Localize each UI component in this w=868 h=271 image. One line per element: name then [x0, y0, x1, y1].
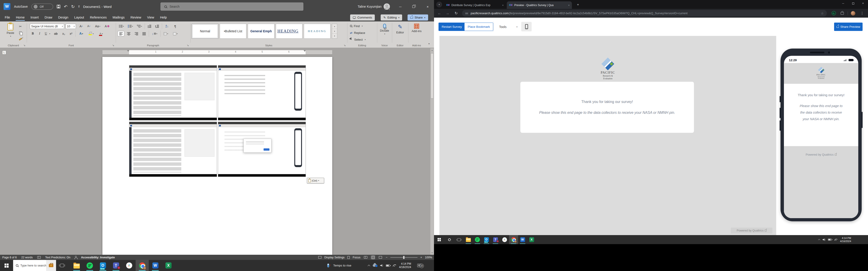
powered-by-qualtrics-link[interactable]: Powered by Qualtrics [731, 228, 772, 234]
read-mode-button[interactable] [363, 256, 368, 259]
show-marks-button[interactable]: ¶ [172, 24, 178, 29]
close-button[interactable]: × [421, 0, 434, 13]
chrome-menu-icon[interactable]: ⋮ [859, 9, 866, 18]
tab-view[interactable]: View [144, 13, 157, 22]
editing-mode-button[interactable]: ✎Editing▾ [381, 14, 402, 21]
taskbar-file-explorer[interactable] [464, 235, 473, 244]
tab-close-icon[interactable]: × [502, 4, 504, 6]
copy-button[interactable] [17, 30, 24, 35]
display-settings[interactable]: Display Settings [324, 256, 345, 259]
chrome-close-button[interactable]: × [858, 0, 868, 7]
notification-icon[interactable]: 22 [417, 264, 422, 267]
reload-button[interactable]: ↻ [453, 9, 460, 18]
change-case-button[interactable]: Aa▾ [94, 24, 102, 29]
taskbar-outlook[interactable]: ONEW [96, 260, 110, 271]
text-effects-button[interactable]: A▾ [78, 31, 85, 36]
quick-access-overflow[interactable]: ▾ [79, 5, 80, 8]
battery-icon[interactable] [386, 265, 390, 267]
restart-survey-button[interactable]: Restart Survey [438, 23, 465, 31]
start-button[interactable] [0, 260, 13, 271]
decrease-indent-button[interactable] [146, 24, 153, 29]
justify-button[interactable] [141, 31, 147, 36]
word-search-input[interactable]: Search [160, 2, 303, 11]
collapse-ribbon-button[interactable]: ▾ [426, 41, 432, 46]
highlight-button[interactable]: ▾ [87, 31, 95, 36]
styles-dialog-launcher[interactable]: ↘ [344, 44, 346, 47]
strikethrough-button[interactable]: ab [53, 31, 59, 36]
chrome-profile-avatar[interactable] [849, 9, 857, 18]
weather-widget[interactable]: Temps to rise [327, 260, 351, 271]
styles-gallery-scroll[interactable]: ▴▾▾ [332, 24, 337, 39]
align-center-button[interactable] [125, 31, 132, 36]
task-view-button[interactable] [57, 260, 67, 271]
numbering-button[interactable]: ▾ [127, 24, 134, 29]
wifi-icon[interactable] [393, 265, 396, 267]
chrome-minimize-button[interactable]: ─ [838, 0, 848, 7]
chrome-tab-1[interactable]: XM Distribute Survey | Qualtrics Exp × [444, 1, 506, 9]
embedded-screenshot-group[interactable] [129, 65, 306, 177]
bold-button[interactable]: B [30, 31, 36, 36]
tray-expand-icon[interactable] [818, 239, 820, 241]
tab-draw[interactable]: Draw [41, 13, 55, 22]
align-left-button[interactable] [118, 31, 124, 36]
paragraph-dialog-launcher[interactable]: ↘ [187, 44, 189, 47]
save-icon[interactable] [57, 5, 60, 8]
line-spacing-button[interactable]: ↕▾ [150, 31, 159, 36]
taskbar-chrome[interactable] [135, 260, 149, 271]
clipboard-dialog-launcher[interactable]: ↘ [23, 44, 25, 47]
clock[interactable]: 4:14 PM4/16/2024 [399, 262, 411, 269]
paste-options-button[interactable]: (Ctrl) ▾ [307, 178, 324, 183]
font-name-combo[interactable]: Segoe UI Historic (B▾ [30, 24, 64, 29]
phone-powered-by-link[interactable]: Powered by Qualtrics [784, 146, 858, 156]
tab-mailings[interactable]: Mailings [110, 13, 127, 22]
tab-search-button[interactable]: ▾ [436, 2, 442, 7]
bookmark-star-icon[interactable]: ☆ [821, 11, 824, 15]
back-button[interactable]: ← [436, 9, 443, 18]
volume-icon[interactable]: ) [823, 238, 825, 241]
taskbar-teams[interactable]: T [491, 235, 500, 244]
onedrive-icon[interactable] [373, 264, 377, 267]
underline-button[interactable]: U [43, 31, 49, 36]
format-painter-button[interactable] [17, 36, 24, 42]
redo-button[interactable]: ↻ [71, 4, 75, 9]
task-view-button[interactable] [454, 235, 463, 244]
address-bar[interactable]: pacificresearch.qualtrics.com/jfe/previe… [462, 10, 827, 16]
taskbar-outlook[interactable]: ONEW [482, 235, 491, 244]
paste-button[interactable]: Paste▾ [4, 23, 17, 37]
style-bulleted-list[interactable]: Bulleted List [220, 24, 246, 39]
share-preview-button[interactable]: Share Preview [834, 23, 863, 31]
zoom-in-button[interactable]: + [421, 256, 422, 259]
shading-button[interactable]: ▾ [162, 31, 170, 36]
dictate-button[interactable]: Dictate▾ [378, 24, 391, 35]
autosave-toggle[interactable]: Off [31, 4, 53, 10]
taskbar-excel[interactable]: X [162, 260, 175, 271]
font-color-button[interactable]: A▾ [97, 31, 105, 36]
multilevel-list-button[interactable]: ▾ [135, 24, 143, 29]
font-size-combo[interactable]: 10▾ [66, 24, 76, 29]
proofing-icon[interactable] [37, 256, 41, 259]
tab-file[interactable]: File [2, 13, 13, 22]
clear-formatting-button[interactable]: A [103, 24, 110, 29]
place-bookmark-button[interactable]: Place Bookmark [464, 23, 493, 31]
taskbar-search-button[interactable] [445, 235, 454, 244]
tab-insert[interactable]: Insert [28, 13, 41, 22]
user-avatar[interactable] [383, 3, 390, 10]
sort-button[interactable]: AZ↓ [163, 24, 171, 29]
indent-marker-left[interactable] [127, 50, 129, 53]
bullets-button[interactable]: ▾ [118, 24, 125, 29]
mobile-view-toggle[interactable] [521, 22, 532, 31]
accessibility-status[interactable]: Accessibility: Investigate [81, 256, 115, 259]
undo-button[interactable]: ↶ [64, 4, 68, 9]
battery-icon[interactable] [828, 239, 832, 241]
taskbar-excel[interactable]: X [527, 235, 536, 244]
align-right-button[interactable] [133, 31, 140, 36]
style-general-emph[interactable]: General Emph [248, 24, 274, 39]
document-scrollbar[interactable]: ▴ ▾ [430, 48, 434, 255]
style-heading-2[interactable]: HEADING [304, 24, 331, 39]
forward-button[interactable]: → [444, 9, 451, 18]
page-indicator[interactable]: Page 6 of 6 [2, 256, 17, 259]
taskbar-teams[interactable]: T [110, 260, 123, 271]
taskbar-word[interactable]: W [518, 235, 527, 244]
font-dialog-launcher[interactable]: ↘ [112, 44, 114, 47]
web-layout-button[interactable] [378, 256, 383, 259]
